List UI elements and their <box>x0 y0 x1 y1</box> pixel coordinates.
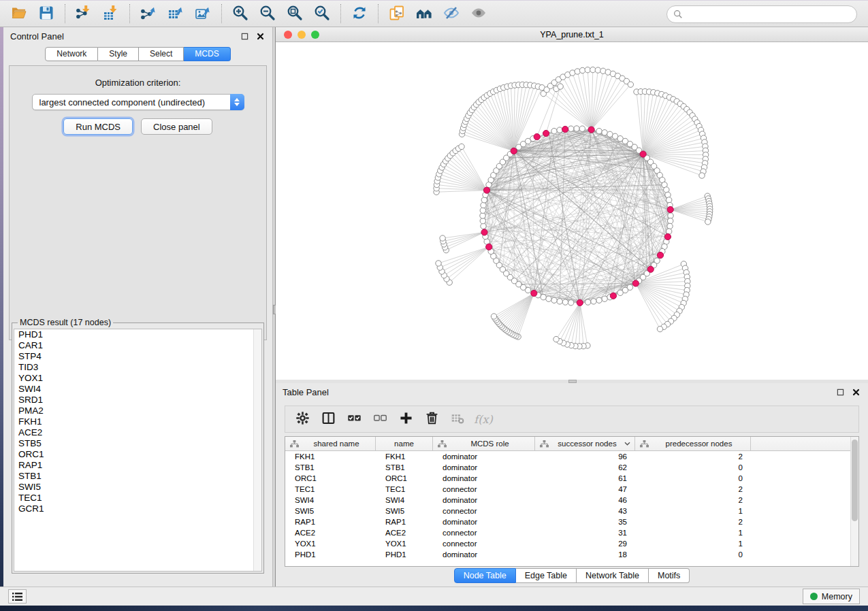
mcds-result-item[interactable]: CAR1 <box>14 340 261 351</box>
table-row[interactable]: YOX1YOX1connector291 <box>285 538 858 549</box>
task-history-button[interactable] <box>8 589 27 604</box>
float-panel-button[interactable] <box>239 31 250 42</box>
table-cell[interactable]: 0 <box>635 462 751 473</box>
table-row[interactable]: PHD1PHD1dominator180 <box>285 549 858 560</box>
import-network-button[interactable] <box>70 3 97 24</box>
table-cell[interactable]: YOX1 <box>285 538 376 549</box>
search-input[interactable] <box>686 7 856 21</box>
mcds-result-item[interactable]: STB5 <box>14 438 261 449</box>
network-node[interactable] <box>574 126 579 131</box>
apply-layout-button[interactable] <box>346 3 373 24</box>
network-leaf-node[interactable] <box>558 84 563 89</box>
mcds-result-item[interactable]: ORC1 <box>14 449 261 460</box>
table-cell[interactable]: 31 <box>535 527 635 538</box>
network-hub-node[interactable] <box>486 244 492 250</box>
network-node[interactable] <box>568 300 574 306</box>
table-cell[interactable]: 35 <box>535 516 635 527</box>
table-cell[interactable]: dominator <box>433 516 535 527</box>
network-hub-node[interactable] <box>588 127 594 133</box>
network-leaf-node[interactable] <box>491 314 496 319</box>
table-cell[interactable]: RAP1 <box>285 516 376 527</box>
table-cell[interactable]: FKH1 <box>376 451 433 462</box>
add-column-button[interactable] <box>394 409 417 429</box>
optimization-criterion-select[interactable]: largest connected component (undirected) <box>32 94 244 110</box>
table-cell[interactable]: SWI4 <box>376 495 433 506</box>
delete-column-button[interactable] <box>420 409 443 429</box>
save-session-button[interactable] <box>33 3 60 24</box>
network-node[interactable] <box>557 299 562 304</box>
tab-network-table[interactable]: Network Table <box>577 568 649 583</box>
table-cell[interactable]: STB1 <box>376 462 433 473</box>
network-node[interactable] <box>666 197 672 203</box>
network-node[interactable] <box>557 127 562 133</box>
network-leaf-node[interactable] <box>440 235 445 241</box>
network-canvas[interactable] <box>276 42 868 380</box>
table-cell[interactable]: 43 <box>535 506 635 516</box>
close-panel-button-mcds[interactable]: Close panel <box>141 118 212 135</box>
network-hub-node[interactable] <box>534 133 540 139</box>
tab-node-table[interactable]: Node Table <box>454 568 516 583</box>
first-neighbors-button[interactable] <box>411 3 438 24</box>
export-table-button[interactable] <box>162 3 189 24</box>
network-node[interactable] <box>551 297 557 303</box>
network-hub-node[interactable] <box>543 130 549 136</box>
table-cell[interactable]: SWI4 <box>285 495 376 506</box>
network-window-titlebar[interactable]: YPA_prune.txt_1 <box>276 27 868 42</box>
result-list-scrollbar[interactable] <box>253 329 261 571</box>
table-cell[interactable]: 61 <box>535 473 635 484</box>
network-leaf-node[interactable] <box>699 173 705 178</box>
network-leaf-node[interactable] <box>657 326 662 331</box>
table-cell[interactable]: connector <box>433 538 535 549</box>
tab-motifs[interactable]: Motifs <box>649 568 690 583</box>
table-cell[interactable]: dominator <box>433 473 535 484</box>
network-node[interactable] <box>591 299 596 304</box>
table-cell[interactable]: 2 <box>635 516 751 527</box>
tab-style[interactable]: Style <box>98 47 139 61</box>
network-hub-node[interactable] <box>667 207 673 213</box>
mcds-result-item[interactable]: STP4 <box>14 351 261 362</box>
mcds-result-item[interactable]: YOX1 <box>14 373 261 384</box>
table-cell[interactable]: ACE2 <box>285 527 376 538</box>
table-settings-button[interactable] <box>291 409 314 429</box>
network-leaf-node[interactable] <box>459 144 464 149</box>
zoom-selected-button[interactable] <box>308 3 336 24</box>
mcds-result-item[interactable]: TEC1 <box>14 493 261 503</box>
mcds-result-item[interactable]: SWI5 <box>14 482 261 493</box>
mcds-result-item[interactable]: PMA2 <box>14 406 261 416</box>
table-cell[interactable]: YOX1 <box>376 538 433 549</box>
tab-edge-table[interactable]: Edge Table <box>516 568 577 583</box>
network-node[interactable] <box>596 297 602 303</box>
network-node[interactable] <box>481 197 487 203</box>
table-row[interactable]: FKH1FKH1dominator962 <box>285 451 858 462</box>
import-table-button[interactable] <box>97 3 125 24</box>
table-cell[interactable]: 47 <box>535 484 635 495</box>
tab-select[interactable]: Select <box>139 47 184 61</box>
table-scrollbar-thumb[interactable] <box>852 440 858 521</box>
mcds-result-item[interactable]: SRD1 <box>14 395 261 406</box>
show-all-button[interactable] <box>465 3 492 24</box>
network-leaf-node[interactable] <box>553 336 559 342</box>
mcds-result-item[interactable]: PHD1 <box>14 329 261 340</box>
network-hub-node[interactable] <box>577 299 583 306</box>
network-node[interactable] <box>568 126 574 131</box>
hide-selected-button[interactable] <box>438 3 465 24</box>
table-cell[interactable]: 0 <box>635 549 751 560</box>
column-selector-button[interactable] <box>317 409 340 429</box>
zoom-out-button[interactable] <box>254 3 281 24</box>
network-leaf-node[interactable] <box>579 67 585 73</box>
table-cell[interactable]: 2 <box>635 495 751 506</box>
network-hub-node[interactable] <box>632 280 639 286</box>
deselect-all-button[interactable] <box>368 409 391 429</box>
network-node[interactable] <box>546 296 551 301</box>
network-node[interactable] <box>562 299 568 305</box>
table-cell[interactable]: TEC1 <box>376 484 433 495</box>
network-hub-node[interactable] <box>664 233 671 240</box>
network-hub-node[interactable] <box>610 293 616 299</box>
network-hub-node[interactable] <box>531 290 537 296</box>
table-row[interactable]: SWI5SWI5connector431 <box>285 506 858 516</box>
table-cell[interactable]: 2 <box>635 484 751 495</box>
column-header-MCDS-role[interactable]: MCDS role <box>433 437 535 450</box>
table-cell[interactable]: 18 <box>535 549 635 560</box>
column-header-shared-name[interactable]: shared name <box>285 437 376 450</box>
table-cell[interactable]: 29 <box>535 538 635 549</box>
